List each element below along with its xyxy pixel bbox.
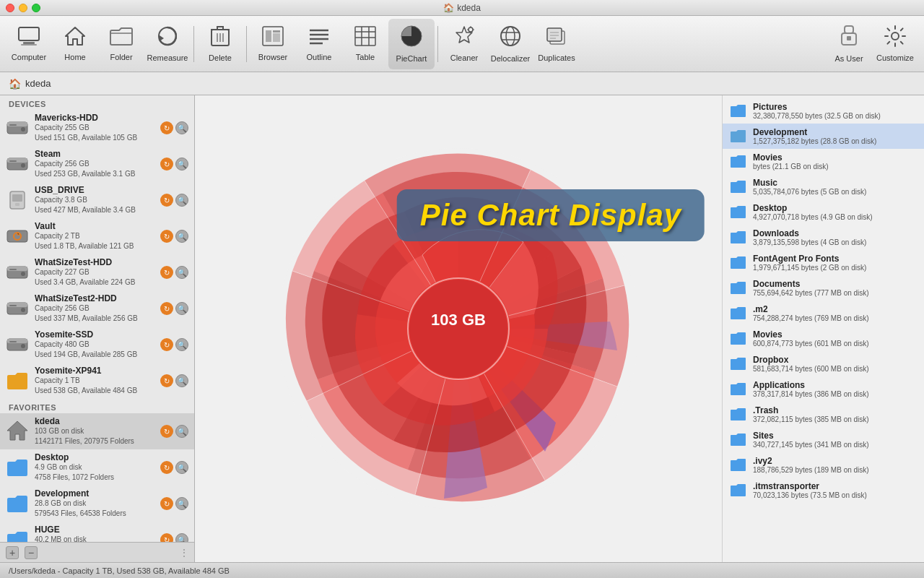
refresh-button[interactable]: ↻ bbox=[160, 374, 173, 387]
item-actions: ↻ 🔍 bbox=[160, 461, 188, 474]
right-panel-item[interactable]: Dropbox 581,683,714 bytes (600 MB on dis… bbox=[723, 351, 924, 376]
toolbar-delocalizer[interactable]: Delocalizer bbox=[487, 19, 533, 69]
right-panel-item[interactable]: Applications 378,317,814 bytes (386 MB o… bbox=[723, 376, 924, 402]
svg-rect-63 bbox=[9, 341, 17, 342]
sidebar-item[interactable]: Vault Capacity 2 TBUsed 1.8 TB, Availabl… bbox=[0, 218, 194, 254]
right-panel-item[interactable]: .itmstransporter 70,023,136 bytes (73.5 … bbox=[723, 478, 924, 503]
toolbar-folder[interactable]: Folder bbox=[98, 19, 144, 69]
refresh-button[interactable]: ↻ bbox=[160, 338, 173, 351]
item-sub: Capacity 1 TBUsed 538 GB, Available 484 … bbox=[35, 376, 154, 396]
info-button[interactable]: 🔍 bbox=[175, 461, 188, 474]
refresh-button[interactable]: ↻ bbox=[160, 533, 173, 542]
sidebar-item[interactable]: Development 28.8 GB on disk579543 Files,… bbox=[0, 486, 194, 522]
info-button[interactable]: 🔍 bbox=[175, 230, 188, 243]
right-item-info: Applications 378,317,814 bytes (386 MB o… bbox=[753, 380, 869, 398]
right-panel-item[interactable]: Downloads 3,879,135,598 bytes (4 GB on d… bbox=[723, 225, 924, 250]
sidebar-item[interactable]: WhatSizeTest-HDD Capacity 227 GBUsed 3.4… bbox=[0, 254, 194, 290]
right-item-name: Downloads bbox=[753, 228, 866, 238]
item-name: Desktop bbox=[35, 452, 154, 462]
right-panel-item[interactable]: Development 1,527,375,182 bytes (28.8 GB… bbox=[723, 124, 924, 149]
right-panel-item[interactable]: .ivy2 188,786,529 bytes (189 MB on disk) bbox=[723, 452, 924, 478]
right-panel-item[interactable]: Movies 600,874,773 bytes (601 MB on disk… bbox=[723, 326, 924, 351]
sidebar-item[interactable]: Steam Capacity 256 GBUsed 253 GB, Availa… bbox=[0, 146, 194, 182]
right-item-info: .m2 754,288,274 bytes (769 MB on disk) bbox=[753, 304, 869, 322]
refresh-button[interactable]: ↻ bbox=[160, 121, 173, 134]
right-panel-item[interactable]: Sites 340,727,145 bytes (341 MB on disk) bbox=[723, 427, 924, 452]
sidebar-item[interactable]: Mavericks-HDD Capacity 255 GBUsed 151 GB… bbox=[0, 110, 194, 146]
devices-header: DEVICES bbox=[0, 95, 194, 110]
right-panel-item[interactable]: Documents 755,694,642 bytes (777 MB on d… bbox=[723, 275, 924, 301]
info-button[interactable]: 🔍 bbox=[175, 194, 188, 207]
close-button[interactable] bbox=[6, 4, 14, 12]
info-button[interactable]: 🔍 bbox=[175, 497, 188, 510]
refresh-button[interactable]: ↻ bbox=[160, 266, 173, 279]
maximize-button[interactable] bbox=[32, 4, 40, 12]
toolbar-outline[interactable]: Outline bbox=[296, 19, 342, 69]
svg-rect-18 bbox=[355, 27, 375, 46]
svg-point-27 bbox=[506, 27, 515, 46]
info-button[interactable]: 🔍 bbox=[175, 533, 188, 542]
right-item-info: Desktop 4,927,070,718 bytes (4.9 GB on d… bbox=[753, 203, 873, 221]
refresh-button[interactable]: ↻ bbox=[160, 158, 173, 171]
traffic-lights bbox=[6, 4, 40, 12]
info-button[interactable]: 🔍 bbox=[175, 121, 188, 134]
toolbar-remeasure[interactable]: Remeasure bbox=[144, 19, 191, 69]
sidebar-scroll[interactable]: DEVICES Mavericks-HDD Capacity 255 GBUse… bbox=[0, 95, 194, 542]
right-panel: Pictures 32,380,778,550 bytes (32.5 GB o… bbox=[722, 95, 924, 562]
right-panel-item[interactable]: Music 5,035,784,076 bytes (5 GB on disk) bbox=[723, 174, 924, 199]
svg-rect-46 bbox=[9, 160, 17, 162]
disk-icon bbox=[6, 116, 29, 139]
refresh-button[interactable]: ↻ bbox=[160, 230, 173, 243]
svg-rect-1 bbox=[23, 42, 35, 44]
minimize-button[interactable] bbox=[19, 4, 27, 12]
right-panel-item[interactable]: .Trash 372,082,115 bytes (385 MB on disk… bbox=[723, 402, 924, 427]
sep-1 bbox=[193, 26, 194, 62]
sidebar-item[interactable]: Yosemite-SSD Capacity 480 GBUsed 194 GB,… bbox=[0, 327, 194, 363]
sidebar-item[interactable]: Yosemite-XP941 Capacity 1 TBUsed 538 GB,… bbox=[0, 363, 194, 399]
sidebar-item[interactable]: kdeda 103 GB on disk1142171 Files, 20797… bbox=[0, 413, 194, 449]
sidebar-add-button[interactable]: + bbox=[6, 546, 19, 559]
toolbar-home[interactable]: Home bbox=[52, 19, 98, 69]
right-panel-item[interactable]: Desktop 4,927,070,718 bytes (4.9 GB on d… bbox=[723, 199, 924, 225]
info-button[interactable]: 🔍 bbox=[175, 158, 188, 171]
info-button[interactable]: 🔍 bbox=[175, 374, 188, 387]
info-button[interactable]: 🔍 bbox=[175, 266, 188, 279]
sep-3 bbox=[437, 26, 438, 62]
refresh-button[interactable]: ↻ bbox=[160, 302, 173, 315]
sidebar-item[interactable]: HUGE 40.2 MB on disk9820 Files, 4 Folder… bbox=[0, 522, 194, 542]
folder-icon bbox=[730, 179, 747, 194]
toolbar-table[interactable]: Table bbox=[342, 19, 388, 69]
sidebar-item[interactable]: WhatSizeTest2-HDD Capacity 256 GBUsed 33… bbox=[0, 290, 194, 327]
sidebar-minus-button[interactable]: − bbox=[25, 546, 38, 559]
sidebar-resize-handle[interactable]: ⋮ bbox=[180, 548, 188, 558]
disk-icon bbox=[6, 189, 29, 212]
info-button[interactable]: 🔍 bbox=[175, 338, 188, 351]
sidebar-item[interactable]: USB_DRIVE Capacity 3.8 GBUsed 427 MB, Av… bbox=[0, 182, 194, 218]
asuser-label: As User bbox=[834, 54, 863, 63]
toolbar-computer[interactable]: Computer bbox=[6, 19, 52, 69]
right-panel-item[interactable]: Movies bytes (21.1 GB on disk) bbox=[723, 149, 924, 174]
toolbar-duplicates[interactable]: Duplicates bbox=[533, 19, 580, 69]
refresh-button[interactable]: ↻ bbox=[160, 194, 173, 207]
refresh-button[interactable]: ↻ bbox=[160, 425, 173, 438]
item-actions: ↻ 🔍 bbox=[160, 374, 188, 387]
refresh-button[interactable]: ↻ bbox=[160, 461, 173, 474]
outline-icon bbox=[308, 26, 330, 50]
toolbar-browser[interactable]: Browser bbox=[250, 19, 296, 69]
right-panel-item[interactable]: FontAgent Pro Fonts 1,979,671,145 bytes … bbox=[723, 250, 924, 275]
toolbar-piechart[interactable]: PieChart bbox=[388, 19, 435, 69]
toolbar-cleaner[interactable]: Cleaner bbox=[441, 19, 487, 69]
refresh-button[interactable]: ↻ bbox=[160, 497, 173, 510]
info-button[interactable]: 🔍 bbox=[175, 425, 188, 438]
disk-icon bbox=[6, 152, 29, 176]
sidebar-item[interactable]: Desktop 4.9 GB on disk4758 Files, 1072 F… bbox=[0, 449, 194, 486]
toolbar-delete[interactable]: Delete bbox=[197, 19, 243, 69]
customize-label: Customize bbox=[876, 53, 914, 62]
toolbar-customize[interactable]: Customize bbox=[872, 19, 918, 69]
item-name: Development bbox=[35, 488, 154, 499]
right-panel-item[interactable]: .m2 754,288,274 bytes (769 MB on disk) bbox=[723, 301, 924, 326]
toolbar-asuser[interactable]: As User bbox=[826, 19, 872, 69]
right-item-bytes: 600,874,773 bytes (601 MB on disk) bbox=[753, 340, 869, 348]
info-button[interactable]: 🔍 bbox=[175, 302, 188, 315]
right-panel-item[interactable]: Pictures 32,380,778,550 bytes (32.5 GB o… bbox=[723, 98, 924, 124]
